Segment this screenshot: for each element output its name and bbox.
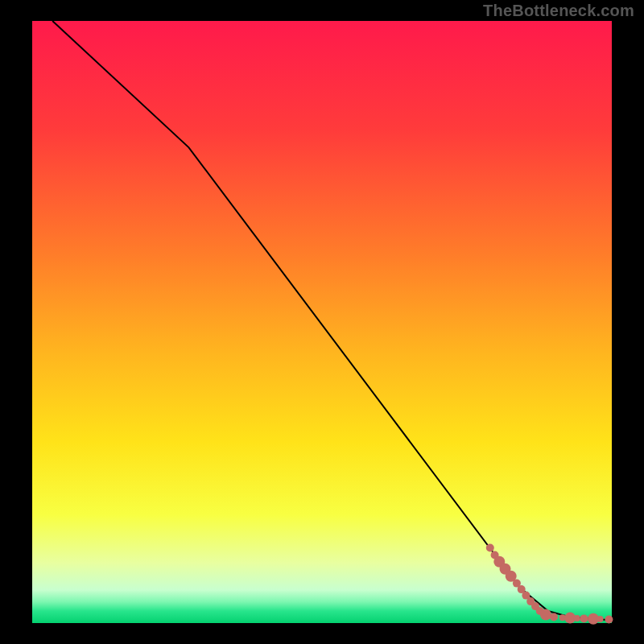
marker-dot (540, 609, 551, 621)
marker-dot (580, 614, 588, 622)
marker-dot (574, 615, 580, 621)
marker-dot (486, 544, 494, 552)
plot-area (32, 21, 612, 623)
marker-dot (605, 616, 613, 624)
marker-dot (597, 616, 604, 622)
chart-svg (0, 0, 644, 644)
marker-dot (550, 613, 558, 621)
watermark-text: TheBottleneck.com (483, 2, 634, 20)
chart-frame: TheBottleneck.com (0, 0, 644, 644)
